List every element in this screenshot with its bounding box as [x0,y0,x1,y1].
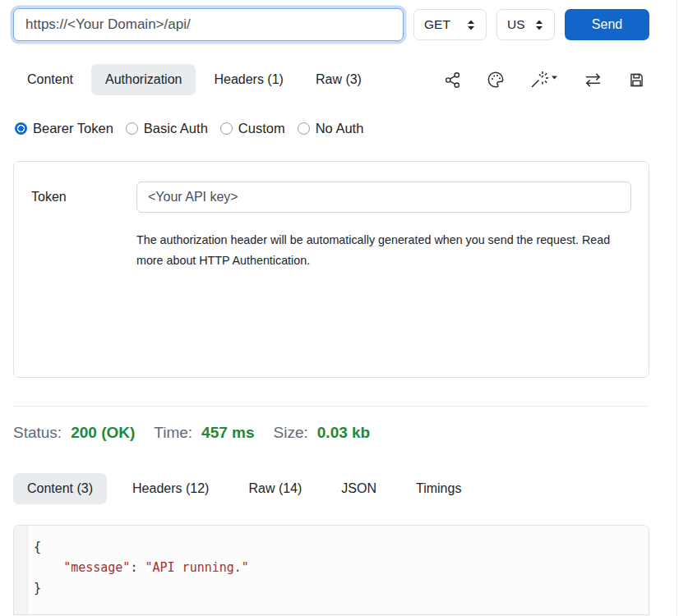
region-select-value: US [507,17,525,32]
resp-tab-json[interactable]: JSON [327,473,390,504]
url-input[interactable] [13,8,404,41]
palette-icon[interactable] [487,71,505,89]
response-body-panel: { "message": "API running." } [13,525,649,615]
radio-basic-auth[interactable]: Basic Auth [126,121,208,136]
share-icon[interactable] [444,71,461,89]
radio-label: Basic Auth [144,121,208,136]
radio-bearer-token[interactable]: Bearer Token [15,121,113,136]
method-select[interactable]: GET [413,9,487,40]
token-input[interactable] [136,182,631,213]
save-icon[interactable] [628,71,645,89]
resp-tab-headers[interactable]: Headers (12) [118,473,223,504]
resp-tab-raw[interactable]: Raw (14) [234,473,316,504]
tab-raw[interactable]: Raw (3) [302,64,376,95]
radio-selected-icon [15,122,27,135]
method-select-value: GET [424,17,450,32]
response-tabs: Content (3) Headers (12) Raw (14) JSON T… [13,473,649,504]
up-down-caret-icon [466,19,476,31]
section-divider [13,406,649,407]
code-line: { [34,537,649,558]
region-select[interactable]: US [496,9,555,40]
vertical-scrollbar[interactable] [676,0,688,616]
radio-icon [298,122,310,135]
resp-tab-timings[interactable]: Timings [402,473,475,504]
radio-icon [126,122,138,135]
code-line: } [34,578,649,599]
radio-label: No Auth [316,121,364,136]
time-label: Time: [154,424,192,442]
tab-authorization[interactable]: Authorization [91,64,196,95]
size-label: Size: [274,424,308,442]
status-label: Status: [13,424,62,442]
radio-icon [220,122,233,135]
time-value: 457 ms [201,424,254,442]
radio-no-auth[interactable]: No Auth [298,121,364,136]
up-down-caret-icon [534,19,544,31]
request-bar: GET US Send [13,8,649,41]
send-button[interactable]: Send [565,9,649,40]
radio-custom[interactable]: Custom [220,121,285,136]
request-tabs: Content Authorization Headers (1) Raw (3… [13,64,649,95]
response-status-line: Status: 200 (OK) Time: 457 ms Size: 0.03… [13,424,649,442]
status-value: 200 (OK) [71,424,135,442]
token-help-text: The authorization header will be automat… [136,230,617,271]
radio-label: Custom [238,121,285,136]
tab-headers[interactable]: Headers (1) [200,64,297,95]
token-label: Token [31,190,136,205]
resp-tab-content[interactable]: Content (3) [13,473,107,504]
swap-arrows-icon[interactable] [584,71,603,89]
tab-content[interactable]: Content [13,64,87,95]
size-value: 0.03 kb [317,424,370,442]
token-panel: Token The authorization header will be a… [13,161,649,378]
auth-type-group: Bearer Token Basic Auth Custom No Auth [13,121,649,136]
token-row: Token [31,182,631,213]
magic-wand-dropdown-icon[interactable] [530,71,558,89]
response-json-code: { "message": "API running." } [29,526,649,614]
radio-label: Bearer Token [33,121,113,136]
api-client-app: GET US Send Content Authorization Header… [0,0,688,616]
toolbar [444,71,649,89]
code-line: "message": "API running." [34,558,649,578]
code-gutter [14,526,28,614]
